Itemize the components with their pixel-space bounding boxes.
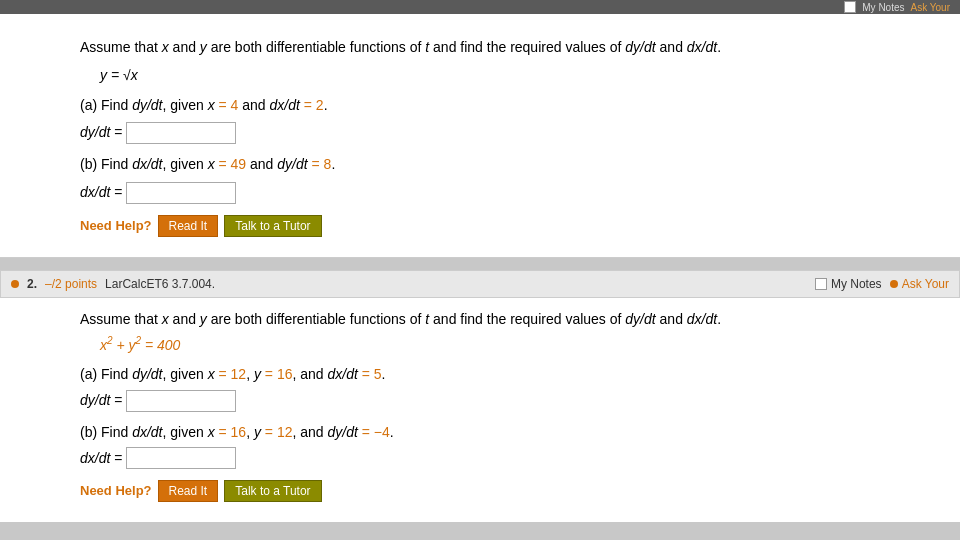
problem1-parta-input[interactable] [126,122,236,144]
problem2-read-it-button[interactable]: Read It [158,480,219,502]
problem2-body: Assume that x and y are both differentia… [0,298,960,511]
problem2-my-notes-btn[interactable]: My Notes [815,277,882,291]
problem2-need-help-row: Need Help? Read It Talk to a Tutor [80,480,940,502]
problem2-header-bar: 2. –/2 points LarCalcET6 3.7.004. My Not… [0,270,960,298]
ask-your-label-top[interactable]: Ask Your [911,2,950,13]
problem1-partb-answer-label: dx/dt = [80,181,122,205]
problem2-partb-input[interactable] [126,447,236,469]
problem2-number: 2. [27,277,37,291]
problem1-equation: y = √x [100,64,940,88]
problem2-notes-checkbox[interactable] [815,278,827,290]
problem1-partb-input[interactable] [126,182,236,204]
problem1-talk-tutor-button[interactable]: Talk to a Tutor [224,215,321,237]
problem2-my-notes-label: My Notes [831,277,882,291]
problem1-parta-label: (a) Find dy/dt, given x = 4 and dx/dt = … [80,94,940,118]
problem2-talk-tutor-button[interactable]: Talk to a Tutor [224,480,321,502]
problem1-partb: (b) Find dx/dt, given x = 49 and dy/dt =… [80,153,940,205]
problem2-partb-answer-row: dx/dt = [80,447,940,471]
problem2-ask-your-btn[interactable]: Ask Your [890,277,949,291]
problem1-parta-answer-label: dy/dt = [80,121,122,145]
problem1-need-help-label: Need Help? [80,215,152,237]
top-bar: My Notes Ask Your [0,0,960,14]
problem2-partb: (b) Find dx/dt, given x = 16, y = 12, an… [80,421,940,471]
problem2-need-help-label: Need Help? [80,480,152,502]
problem2-parta-answer-label: dy/dt = [80,389,122,413]
problem2-ask-your-label: Ask Your [902,277,949,291]
problem2-partb-label: (b) Find dx/dt, given x = 16, y = 12, an… [80,421,940,445]
problem1-need-help-row: Need Help? Read It Talk to a Tutor [80,215,940,237]
problem2-section: 2. –/2 points LarCalcET6 3.7.004. My Not… [0,270,960,523]
problem2-header-right: My Notes Ask Your [815,277,949,291]
problem1-body: Assume that x and y are both differentia… [80,26,940,245]
problem2-header-left: 2. –/2 points LarCalcET6 3.7.004. [11,277,215,291]
problem2-parta-answer-row: dy/dt = [80,389,940,413]
problem1-read-it-button[interactable]: Read It [158,215,219,237]
problem1-container: Assume that x and y are both differentia… [0,14,960,258]
problem1-parta: (a) Find dy/dt, given x = 4 and dx/dt = … [80,94,940,146]
problem1-intro: Assume that x and y are both differentia… [80,36,940,60]
problem2-id: LarCalcET6 3.7.004. [105,277,215,291]
problem2-points: –/2 points [45,277,97,291]
problem2-orange-dot [890,280,898,288]
problem1-section: Assume that x and y are both differentia… [0,14,960,258]
my-notes-checkbox-top[interactable] [844,1,856,13]
problem1-parta-answer-row: dy/dt = [80,121,940,145]
section-separator [0,258,960,270]
problem2-parta: (a) Find dy/dt, given x = 12, y = 16, an… [80,363,940,413]
problem2-parta-label: (a) Find dy/dt, given x = 12, y = 16, an… [80,363,940,387]
problem2-equation: x2 + y2 = 400 [100,332,940,357]
problem1-partb-label: (b) Find dx/dt, given x = 49 and dy/dt =… [80,153,940,177]
problem2-parta-input[interactable] [126,390,236,412]
problem2-partb-answer-label: dx/dt = [80,447,122,471]
problem2-dot [11,280,19,288]
problem1-partb-answer-row: dx/dt = [80,181,940,205]
problem2-intro: Assume that x and y are both differentia… [80,308,940,332]
my-notes-label-top: My Notes [862,2,904,13]
